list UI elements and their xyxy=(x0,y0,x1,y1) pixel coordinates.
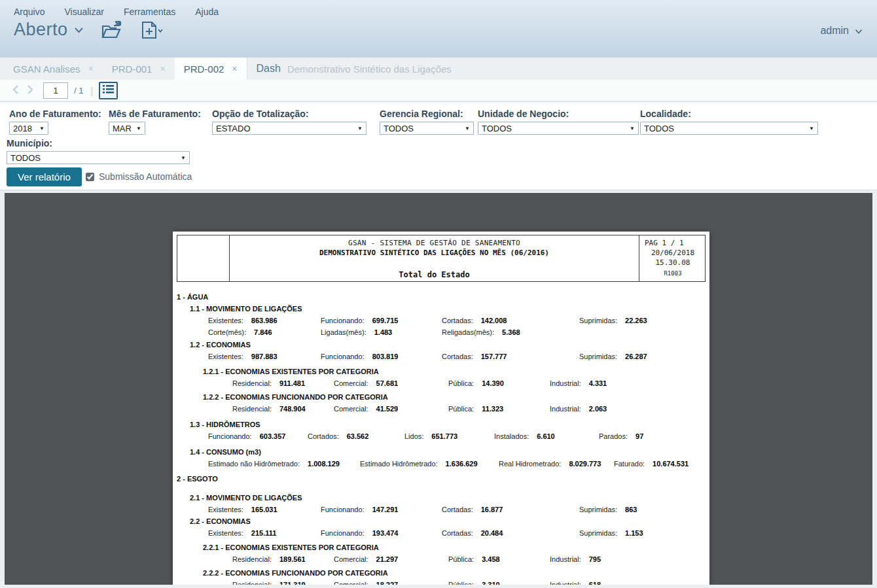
report-data-row: Residencial:171.319Comercial:18.227Públi… xyxy=(173,579,709,585)
report-data-row: Residencial:189.561Comercial:21.297Públi… xyxy=(173,553,709,565)
report-field: Industrial:795 xyxy=(550,553,601,565)
menu-arquivo[interactable]: Arquivo xyxy=(14,7,45,17)
report-time: 15.30.08 xyxy=(645,258,701,268)
report-field-value: 803.819 xyxy=(372,351,399,362)
report-field-value: 2.063 xyxy=(589,403,607,415)
auto-submit-control: Submissão Automática xyxy=(86,171,192,182)
tab-dash[interactable]: Dash Demonstrativo Sintético das Ligaçõe… xyxy=(247,58,461,80)
chevron-down-icon xyxy=(74,24,84,36)
auto-submit-checkbox[interactable] xyxy=(86,173,94,181)
file-plus-icon[interactable] xyxy=(140,21,164,39)
report-field: Cortadas:157.777 xyxy=(442,351,579,362)
report-data-row: Corte(mês):7.846Ligadas(mês):1.483Religa… xyxy=(173,326,709,338)
report-field-label: Cortadas: xyxy=(442,351,473,362)
report-field: Corte(mês):7.846 xyxy=(208,326,321,338)
close-icon[interactable] xyxy=(160,63,165,74)
report-field: Funcionando:699.715 xyxy=(321,315,442,326)
menu-visualizar[interactable]: Visualizar xyxy=(64,7,103,17)
filter-label: Unidade de Negocio: xyxy=(478,109,639,119)
user-menu[interactable]: admin xyxy=(820,25,863,37)
filter-mes-de-faturamento: Mês de Faturamento: MAR▼ xyxy=(109,109,201,135)
report-field-value: 215.111 xyxy=(251,527,277,539)
report-field-label: Pública: xyxy=(448,377,474,389)
unidade-select[interactable]: TODOS▼ xyxy=(478,122,639,135)
municipio-select[interactable]: TODOS▼ xyxy=(7,151,190,164)
open-dropdown-label: Aberto xyxy=(14,20,68,40)
report-field: Funcionando:803.819 xyxy=(321,351,442,362)
report-field-value: 618 xyxy=(589,579,601,585)
report-field: Pública:3.458 xyxy=(448,553,550,565)
report-field-label: Ligadas(mês): xyxy=(321,326,367,338)
folder-open-icon[interactable] xyxy=(101,21,123,39)
localidade-select[interactable]: TODOS▼ xyxy=(640,122,818,135)
report-field-value: 1.153 xyxy=(625,527,643,539)
select-value: TODOS xyxy=(384,124,414,133)
report-section-title: 1.2 - ECONOMIAS xyxy=(173,339,709,351)
report-field-value: 20.484 xyxy=(481,527,503,539)
filter-label: Gerencia Regional: xyxy=(380,109,474,119)
ver-relatorio-button[interactable]: Ver relatório xyxy=(7,167,82,186)
report-field-label: Industrial: xyxy=(550,579,581,585)
tab-gsan-analises[interactable]: GSAN Analises xyxy=(4,58,103,80)
select-arrow-icon: ▼ xyxy=(809,126,814,131)
report-field-value: 863.986 xyxy=(251,315,277,326)
report-field: Lidos:651.773 xyxy=(404,430,494,442)
close-icon[interactable] xyxy=(232,63,237,74)
report-field: Pública:11.323 xyxy=(448,403,550,415)
report-field-label: Corte(mês): xyxy=(208,326,246,338)
report-field-label: Industrial: xyxy=(550,377,581,389)
report-field: Suprimidas:22.263 xyxy=(579,315,647,326)
select-value: ESTADO xyxy=(216,124,251,133)
open-dropdown[interactable]: Aberto xyxy=(14,20,84,40)
report-field-value: 651.773 xyxy=(431,430,457,442)
prev-page-button[interactable] xyxy=(8,84,23,97)
next-page-button[interactable] xyxy=(23,84,38,97)
report-data-row: Existentes:165.031Funcionando:147.291Cor… xyxy=(173,504,709,515)
filter-label: Mês de Faturamento: xyxy=(109,109,201,119)
report-field-value: 1.636.629 xyxy=(446,458,478,470)
report-field: Comercial:21.297 xyxy=(334,553,448,565)
report-field-value: 911.481 xyxy=(279,377,305,389)
report-section-title: 1.2.2 - ECONOMIAS FUNCIONANDO POR CATEGO… xyxy=(173,391,709,403)
menu-ajuda[interactable]: Ajuda xyxy=(195,7,219,17)
thumbnail-list-button[interactable] xyxy=(99,82,118,99)
list-view-icon xyxy=(103,84,114,96)
page-total-label: / 1 xyxy=(74,86,83,95)
report-field-label: Comercial: xyxy=(334,579,368,585)
select-value: TODOS xyxy=(10,153,41,163)
report-field-value: 26.287 xyxy=(625,351,647,362)
report-field-value: 5.368 xyxy=(502,326,520,338)
report-page: GSAN - SISTEMA DE GESTÃO DE SANEAMENTO D… xyxy=(173,232,709,585)
report-field-value: 171.319 xyxy=(279,579,306,585)
page-number-input[interactable] xyxy=(43,82,68,99)
tab-label: GSAN Analises xyxy=(13,63,81,75)
report-field: Religadas(mês):5.368 xyxy=(442,326,579,338)
report-field-label: Pública: xyxy=(448,403,474,415)
select-arrow-icon: ▼ xyxy=(181,155,186,161)
report-data-row: Existentes:987.883Funcionando:803.819Cor… xyxy=(173,351,709,362)
report-field-label: Comercial: xyxy=(334,403,368,415)
report-section-title: 1.2.1 - ECONOMIAS EXISTENTES POR CATEGOR… xyxy=(173,366,709,377)
report-org-line: GSAN - SISTEMA DE GESTÃO DE SANEAMENTO xyxy=(348,239,520,247)
ano-select[interactable]: 2018▼ xyxy=(9,122,48,135)
tab-prd-002[interactable]: PRD-002 xyxy=(175,58,247,80)
report-field-value: 748.904 xyxy=(279,403,306,415)
report-field-label: Existentes: xyxy=(208,504,243,515)
report-field-label: Funcionando: xyxy=(321,351,365,362)
report-field-label: Industrial: xyxy=(550,403,581,415)
filter-unidade-de-negocio: Unidade de Negocio: TODOS▼ xyxy=(478,109,639,135)
totalizacao-select[interactable]: ESTADO▼ xyxy=(212,122,367,135)
menu-ferramentas[interactable]: Ferramentas xyxy=(124,7,175,17)
filter-localidade: Localidade: TODOS▼ xyxy=(640,109,818,135)
report-field-label: Residencial: xyxy=(232,377,272,389)
report-section-title: 2.2.1 - ECONOMIAS EXISTENTES POR CATEGOR… xyxy=(173,542,709,553)
report-field-label: Existentes: xyxy=(208,527,243,539)
select-arrow-icon: ▼ xyxy=(357,126,363,131)
gerencia-select[interactable]: TODOS▼ xyxy=(380,122,474,135)
toolbar-divider: | xyxy=(90,85,93,96)
tab-prd-001[interactable]: PRD-001 xyxy=(103,58,175,80)
report-field-label: Industrial: xyxy=(550,553,581,565)
report-viewer[interactable]: GSAN - SISTEMA DE GESTÃO DE SANEAMENTO D… xyxy=(5,193,872,585)
mes-select[interactable]: MAR▼ xyxy=(109,122,145,135)
close-icon[interactable] xyxy=(88,63,94,74)
